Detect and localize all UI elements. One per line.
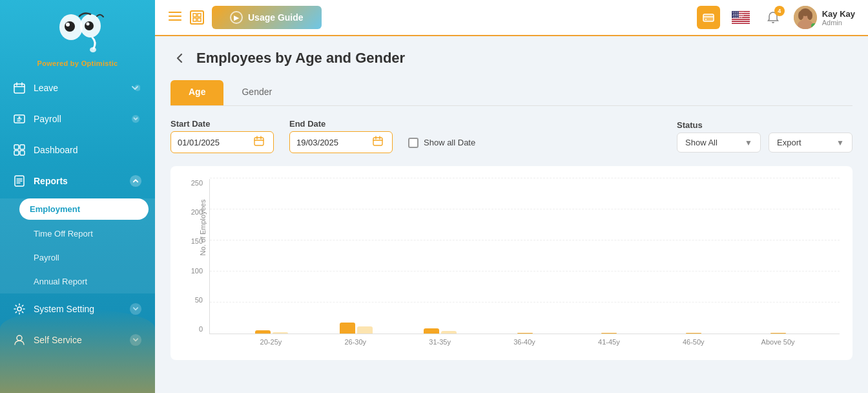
x-label-36-40y: 36-40y xyxy=(482,338,567,346)
status-export-group: Status Show All ▼ Export ▼ xyxy=(677,120,852,153)
bar-26-30y-2 xyxy=(357,326,373,334)
page-title: Employees by Age and Gender xyxy=(196,50,405,67)
end-date-input[interactable] xyxy=(296,138,367,147)
sidebar-item-reports[interactable]: Reports xyxy=(0,165,155,197)
bar-group-26-30y xyxy=(314,323,398,334)
x-label-31-35y: 31-35y xyxy=(398,338,482,346)
end-date-group: End Date xyxy=(289,119,393,153)
y-tick-0: 0 xyxy=(183,325,203,333)
notification-button[interactable]: 4 xyxy=(761,6,785,29)
svg-rect-23 xyxy=(198,14,201,17)
svg-rect-14 xyxy=(14,151,19,155)
svg-rect-25 xyxy=(198,18,201,21)
sidebar-wave-decoration xyxy=(0,309,155,393)
bar-46-50y-1 xyxy=(686,333,701,334)
page-content: Employees by Age and Gender Age Gender S… xyxy=(155,36,868,393)
svg-rect-52 xyxy=(254,138,264,145)
svg-rect-22 xyxy=(193,14,196,17)
svg-point-8 xyxy=(134,85,140,91)
payroll-label: Payroll xyxy=(34,114,61,124)
user-profile-area[interactable]: Kay Kay Admin xyxy=(794,6,855,29)
export-chevron-icon: ▼ xyxy=(836,138,844,147)
svg-point-4 xyxy=(66,23,70,27)
main-content: ▶ Usage Guide xyxy=(155,0,868,393)
leave-chevron-icon xyxy=(129,81,142,94)
status-chevron-icon: ▼ xyxy=(745,138,752,147)
bar-41-45y-1 xyxy=(601,333,617,334)
bar-group-31-35y xyxy=(398,328,482,334)
topbar: ▶ Usage Guide xyxy=(155,0,868,36)
reports-submenu: Employment Time Off Report Payroll Annua… xyxy=(0,198,155,293)
bar-group-36-40y xyxy=(482,333,567,334)
bar-above50y-1 xyxy=(770,333,786,334)
topbar-left: ▶ Usage Guide xyxy=(168,6,322,29)
bar-31-35y-2 xyxy=(441,331,457,334)
svg-rect-7 xyxy=(14,84,25,93)
export-select[interactable]: Export ▼ xyxy=(769,133,852,153)
support-icon-button[interactable] xyxy=(697,6,720,29)
hamburger-menu-icon[interactable] xyxy=(168,11,182,25)
language-flag-button[interactable]: ★★★★★★ ★★★★★ ★★★★★★ ★★★★★ xyxy=(729,6,752,29)
submenu-item-employment[interactable]: Employment xyxy=(19,198,149,220)
status-select[interactable]: Show All ▼ xyxy=(677,133,761,153)
export-selected-value: Export xyxy=(777,138,831,147)
start-date-calendar-icon[interactable] xyxy=(254,136,264,149)
bar-group-46-50y xyxy=(652,333,736,334)
y-tick-250: 250 xyxy=(183,179,203,187)
bar-36-40y-1 xyxy=(517,333,533,334)
status-label: Status xyxy=(677,120,761,130)
svg-text:★★★★★: ★★★★★ xyxy=(733,16,743,19)
show-all-date-checkbox-wrap[interactable]: Show all Date xyxy=(408,138,475,148)
sidebar-logo: Powered by Optimistic xyxy=(0,0,155,72)
svg-rect-53 xyxy=(373,138,382,145)
tab-gender[interactable]: Gender xyxy=(223,80,290,105)
sidebar-item-dashboard[interactable]: Dashboard xyxy=(0,134,155,165)
x-axis-labels: 20-25y 26-30y 31-35y 36-40y 41-45y 46-50… xyxy=(209,334,840,346)
back-button[interactable] xyxy=(170,49,189,67)
grid-view-icon[interactable] xyxy=(190,10,204,25)
svg-rect-38 xyxy=(732,20,750,21)
user-role: Admin xyxy=(822,19,855,27)
y-axis-label: No. of Employees xyxy=(199,189,207,266)
end-date-input-wrap[interactable] xyxy=(289,131,393,153)
sidebar-item-leave[interactable]: Leave xyxy=(0,72,155,103)
svg-point-6 xyxy=(90,47,96,52)
svg-rect-40 xyxy=(732,22,750,23)
start-date-label: Start Date xyxy=(170,119,274,129)
start-date-input[interactable] xyxy=(178,138,249,147)
dashboard-label: Dashboard xyxy=(34,145,78,155)
leave-label: Leave xyxy=(34,83,58,93)
start-date-input-wrap[interactable] xyxy=(170,131,274,153)
show-all-date-checkbox[interactable] xyxy=(408,138,418,148)
status-selected-value: Show All xyxy=(685,138,739,147)
y-tick-50: 50 xyxy=(183,296,203,304)
bar-20-25y-1 xyxy=(255,330,271,334)
page-header: Employees by Age and Gender xyxy=(170,49,852,67)
x-label-41-45y: 41-45y xyxy=(566,338,651,346)
submenu-item-payroll[interactable]: Payroll xyxy=(0,246,155,270)
svg-rect-12 xyxy=(14,145,19,149)
svg-rect-26 xyxy=(703,14,714,21)
end-date-calendar-icon[interactable] xyxy=(373,136,383,149)
x-label-20-25y: 20-25y xyxy=(229,338,313,346)
bar-20-25y-2 xyxy=(273,332,288,334)
svg-point-5 xyxy=(87,23,90,26)
y-tick-100: 100 xyxy=(183,267,203,275)
tab-age[interactable]: Age xyxy=(170,80,223,105)
svg-rect-24 xyxy=(193,18,196,21)
submenu-item-annual[interactable]: Annual Report xyxy=(0,270,155,293)
submenu-item-timeoff[interactable]: Time Off Report xyxy=(0,222,155,246)
x-label-above-50y: Above 50y xyxy=(736,338,820,346)
sidebar-item-payroll[interactable]: Payroll xyxy=(0,103,155,134)
svg-rect-15 xyxy=(20,151,25,155)
svg-point-10 xyxy=(19,116,21,118)
leave-icon xyxy=(13,81,26,94)
filters-row: Start Date End Date xyxy=(170,119,852,153)
system-setting-icon xyxy=(13,303,26,315)
us-flag-icon: ★★★★★★ ★★★★★ ★★★★★★ ★★★★★ xyxy=(732,11,750,24)
bar-group-above-50y xyxy=(736,333,820,334)
svg-point-18 xyxy=(17,307,21,311)
payroll-chevron-icon xyxy=(129,112,142,125)
usage-guide-button[interactable]: ▶ Usage Guide xyxy=(212,6,322,29)
topbar-right: ★★★★★★ ★★★★★ ★★★★★★ ★★★★★ 4 xyxy=(697,6,855,29)
